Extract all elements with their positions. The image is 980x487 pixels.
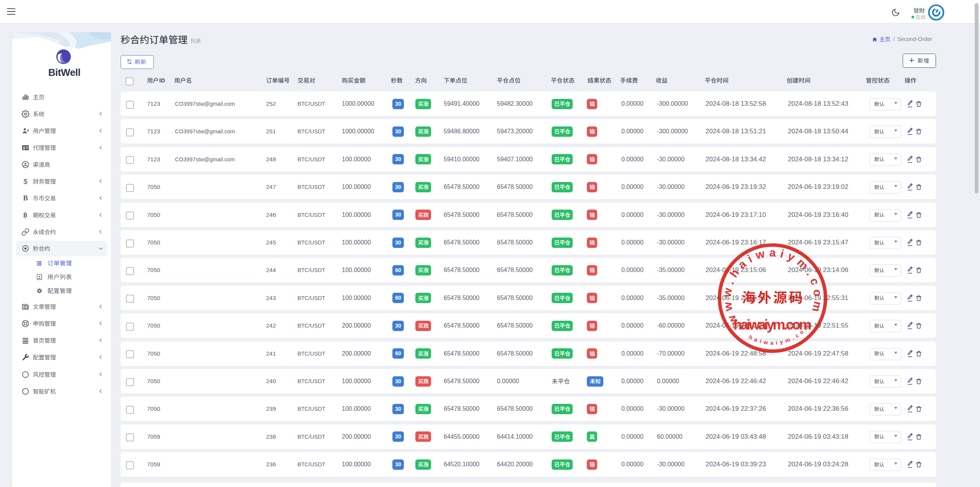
svg-text:haiwaiym.com: haiwaiym.com [733, 317, 812, 333]
svg-text:$: $ [23, 177, 27, 185]
svg-text:B: B [23, 194, 28, 202]
